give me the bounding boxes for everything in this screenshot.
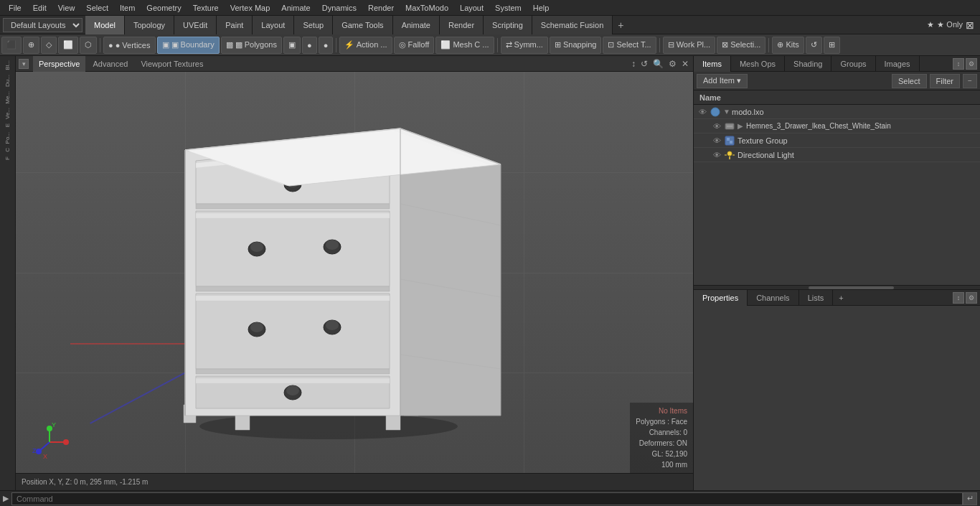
tree-item-hemnes[interactable]: 👁 ▶ Hemnes_3_Drawer_Ikea_Chest_White_Sta… [694, 119, 980, 133]
mesh-c-btn[interactable]: ⬜ Mesh C ... [435, 37, 494, 54]
grid-btn[interactable]: ⊞ [824, 37, 840, 54]
right-tab-items[interactable]: Items [694, 56, 731, 72]
viewport-rotate-icon[interactable]: ↺ [639, 59, 649, 69]
boundary-btn[interactable]: ▣ ▣ Boundary [157, 37, 220, 54]
tool-diamond-btn[interactable]: ◇ [41, 37, 57, 54]
menu-vertex-map[interactable]: Vertex Map [225, 0, 276, 16]
mode-tab-topology[interactable]: Topology [125, 16, 174, 34]
menu-edit[interactable]: Edit [27, 0, 52, 16]
vertices-btn[interactable]: ● ● Vertices [103, 37, 156, 54]
right-panel-settings-btn[interactable]: ⚙ [966, 58, 977, 70]
viewport-tab-perspective[interactable]: Perspective [33, 56, 85, 72]
props-tab-channels[interactable]: Channels [748, 290, 798, 306]
selecti-btn[interactable]: ⊠ Selecti... [717, 37, 765, 54]
tool-mesh-mode2[interactable]: ● [302, 37, 317, 54]
tool-mesh-mode1[interactable]: ▣ [283, 37, 301, 54]
mode-tab-uvedit[interactable]: UVEdit [174, 16, 217, 34]
mode-tab-render[interactable]: Render [440, 16, 484, 34]
right-tab-shading[interactable]: Shading [785, 56, 831, 72]
menu-help[interactable]: Help [527, 0, 555, 16]
menu-layout[interactable]: Layout [454, 0, 489, 16]
properties-expand-btn[interactable]: ↕ [953, 292, 964, 304]
viewport-settings-icon[interactable]: ⚙ [667, 59, 678, 69]
command-arrow[interactable]: ▶ [3, 494, 9, 503]
tool-square-btn[interactable]: ⬜ [58, 37, 78, 54]
mode-tab-scripting[interactable]: Scripting [484, 16, 532, 34]
add-mode-button[interactable]: + [613, 17, 628, 33]
tree-item-directional-light[interactable]: 👁 Directional Light [694, 148, 980, 162]
mode-tab-layout[interactable]: Layout [253, 16, 294, 34]
polygons-btn[interactable]: ▩ ▩ Polygons [221, 37, 282, 54]
maximize-icon[interactable]: ⊠ [966, 19, 974, 31]
tool-mesh-mode3[interactable]: ● [319, 37, 334, 54]
menu-view[interactable]: View [52, 0, 81, 16]
properties-tab-plus[interactable]: + [833, 290, 849, 306]
sidebar-c-label[interactable]: C [4, 146, 11, 154]
right-panel-expand-btn[interactable]: ↕ [953, 58, 964, 70]
viewport-zoom-icon[interactable]: 🔍 [651, 59, 665, 69]
select-t-btn[interactable]: ⊡ Select T... [603, 37, 656, 54]
visibility-eye-2[interactable]: 👁 [711, 121, 722, 132]
tool-circle-btn[interactable]: ⊕ [23, 37, 39, 54]
right-tab-mesh-ops[interactable]: Mesh Ops [731, 56, 785, 72]
viewport-menu-btn[interactable]: ▾ [19, 59, 29, 69]
right-tab-groups[interactable]: Groups [831, 56, 875, 72]
mode-tab-setup[interactable]: Setup [294, 16, 333, 34]
menu-select[interactable]: Select [80, 0, 114, 16]
right-tab-images[interactable]: Images [876, 56, 920, 72]
viewport-tab-textures[interactable]: Viewport Textures [135, 56, 209, 72]
properties-settings-btn[interactable]: ⚙ [966, 292, 977, 304]
mode-tab-paint[interactable]: Paint [217, 16, 253, 34]
tree-expand-1[interactable]: ▼ [723, 108, 732, 116]
visibility-eye-1[interactable]: 👁 [697, 106, 708, 118]
tree-item-modo-lxo[interactable]: 👁 ▼ modo.lxo [694, 105, 980, 119]
select-button[interactable]: Select [892, 74, 927, 88]
menu-texture[interactable]: Texture [187, 0, 225, 16]
viewport-tab-advanced[interactable]: Advanced [87, 56, 133, 72]
sidebar-bl-label[interactable]: Bl... [4, 59, 11, 72]
sidebar-du-label[interactable]: Du... [4, 73, 11, 88]
star-only-toggle[interactable]: ★ ★ Only ⊠ [927, 19, 980, 31]
mode-tab-game-tools[interactable]: Game Tools [333, 16, 393, 34]
viewport-move-icon[interactable]: ↕ [630, 59, 637, 69]
viewport[interactable]: ▾ Perspective Advanced Viewport Textures… [16, 56, 693, 490]
props-tab-lists[interactable]: Lists [799, 290, 834, 306]
props-tab-properties[interactable]: Properties [694, 290, 748, 306]
items-minus-btn[interactable]: − [963, 74, 977, 88]
snapping-btn[interactable]: ⊞ Snapping [550, 37, 602, 54]
symmetry-btn[interactable]: ⇄ Symm... [501, 37, 548, 54]
mode-tab-schematic-fusion[interactable]: Schematic Fusion [532, 16, 613, 34]
menu-animate[interactable]: Animate [275, 0, 316, 16]
command-submit[interactable]: ↵ [963, 492, 977, 505]
command-input[interactable] [11, 492, 963, 505]
menu-maxtomodo[interactable]: MaxToModo [400, 0, 454, 16]
menu-file[interactable]: File [3, 0, 27, 16]
mode-tab-animate[interactable]: Animate [393, 16, 440, 34]
add-item-button[interactable]: Add Item ▾ [697, 74, 748, 88]
sidebar-f-label[interactable]: F [4, 155, 11, 161]
layout-dropdown[interactable]: Default Layouts [3, 18, 83, 32]
menu-dynamics[interactable]: Dynamics [316, 0, 362, 16]
tree-expand-2[interactable]: ▶ [738, 122, 746, 130]
visibility-eye-3[interactable]: 👁 [711, 135, 722, 146]
filter-button[interactable]: Filter [930, 74, 960, 88]
menu-geometry[interactable]: Geometry [141, 0, 187, 16]
tree-item-texture-group[interactable]: 👁 Texture Group [694, 133, 980, 148]
viewport-close-icon[interactable]: ✕ [680, 59, 690, 69]
mode-tab-model[interactable]: Model [85, 16, 125, 34]
sidebar-me-label[interactable]: Me... [4, 90, 11, 106]
menu-system[interactable]: System [489, 0, 527, 16]
visibility-eye-4[interactable]: 👁 [711, 149, 722, 161]
viewport-canvas[interactable]: X Y Z No Items Polygons : Face Channels:… [16, 72, 693, 473]
kits-btn[interactable]: ⊕ Kits [772, 37, 804, 54]
menu-item[interactable]: Item [114, 0, 141, 16]
action-btn[interactable]: ⚡ Action ... [339, 37, 392, 54]
tool-select-btn[interactable]: ⬛ [1, 37, 22, 54]
sidebar-po-label[interactable]: Po... [4, 131, 11, 145]
rotate-btn[interactable]: ↺ [806, 37, 822, 54]
menu-render[interactable]: Render [362, 0, 400, 16]
sidebar-e-label[interactable]: E [4, 122, 11, 128]
items-scrollbar[interactable] [809, 286, 895, 289]
tool-hex-btn[interactable]: ⬡ [80, 37, 97, 54]
sidebar-ve-label[interactable]: Ve... [4, 106, 11, 121]
